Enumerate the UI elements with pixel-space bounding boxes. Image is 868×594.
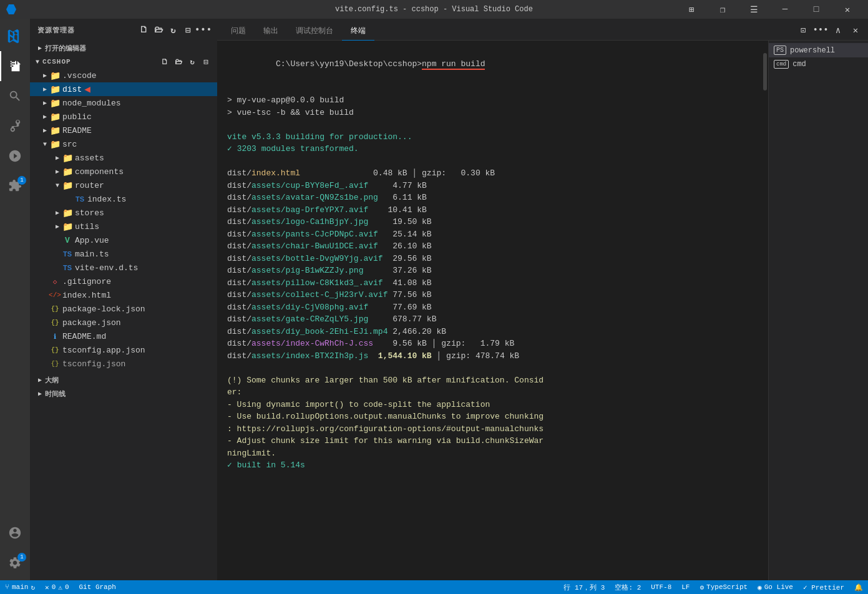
tree-item-router-index[interactable]: ▶ TS index.ts <box>30 192 217 206</box>
cmd-type-icon: cmd <box>774 60 789 69</box>
activity-icon-source-control[interactable] <box>0 111 30 141</box>
tree-item-router[interactable]: ▼ 📁 router <box>30 178 217 192</box>
terminal-list-item-powershell[interactable]: PS powershell <box>769 43 868 57</box>
readme-folder-icon: 📁 <box>50 125 60 135</box>
branch-icon: ⑂ <box>5 583 9 591</box>
new-file-project-btn[interactable]: 🗋 <box>158 56 171 68</box>
tree-item-public[interactable]: ▶ 📁 public <box>30 110 217 124</box>
tab-terminal[interactable]: 终端 <box>342 22 374 41</box>
tree-item-components[interactable]: ▶ 📁 components <box>30 165 217 178</box>
activity-icon-run[interactable] <box>0 141 30 171</box>
close-btn[interactable]: ✕ <box>833 0 862 19</box>
collapse-btn[interactable]: ⊟ <box>182 24 195 36</box>
timeline-section[interactable]: ▶ 时间线 <box>30 387 217 401</box>
tree-item-vscode[interactable]: ▶ 📁 .vscode <box>30 69 217 82</box>
terminal-file-chair: dist/assets/chair-BwuU1DCE.avif 26.10 kB <box>227 240 752 253</box>
tree-item-app-vue[interactable]: ▶ V App.vue <box>30 233 217 247</box>
tree-item-gitignore[interactable]: ▶ ◇ .gitignore <box>30 275 217 288</box>
refresh-btn[interactable]: ↻ <box>167 24 180 36</box>
terminal-list-item-cmd[interactable]: cmd cmd <box>769 57 868 71</box>
tree-item-utils[interactable]: ▶ 📁 utils <box>30 220 217 233</box>
powershell-label: powershell <box>790 46 835 55</box>
activity-icon-extensions[interactable]: 1 <box>0 171 30 201</box>
tab-debug-console[interactable]: 调试控制台 <box>287 22 342 41</box>
tree-item-package-lock[interactable]: ▶ {} package-lock.json <box>30 302 217 316</box>
router-arrow: ▼ <box>52 180 62 190</box>
status-errors[interactable]: ✕ 0 ⚠ 0 <box>40 580 74 594</box>
outline-section[interactable]: ▶ 大纲 <box>30 373 217 387</box>
tree-item-dist[interactable]: ▶ 📁 dist ◀ <box>30 82 217 96</box>
layout-btn[interactable]: ⊞ <box>677 0 706 19</box>
title-bar-controls: ⊞ ❐ ☰ ─ □ ✕ <box>677 0 862 19</box>
panel-close-icon[interactable]: ✕ <box>848 22 863 37</box>
tree-item-stores[interactable]: ▶ 📁 stores <box>30 206 217 220</box>
tree-item-readme-md[interactable]: ▶ ℹ README.md <box>30 329 217 343</box>
app-vue-label: App.vue <box>75 236 109 245</box>
panel-more-icon[interactable]: ••• <box>813 22 828 37</box>
status-spaces[interactable]: 空格: 2 <box>610 580 646 594</box>
tree-item-tsconfig[interactable]: ▶ {} tsconfig.json <box>30 357 217 371</box>
terminal-warning-3: - Using dynamic import() to code-split t… <box>227 399 752 411</box>
new-folder-project-btn[interactable]: 🗁 <box>172 56 185 68</box>
tree-item-assets[interactable]: ▶ 📁 assets <box>30 151 217 165</box>
vue-icon-app: V <box>62 235 72 245</box>
tile-btn[interactable]: ❐ <box>708 0 737 19</box>
panel-layout-icon[interactable]: ⊡ <box>796 22 811 37</box>
tab-output[interactable]: 输出 <box>255 22 287 41</box>
tree-item-src[interactable]: ▼ 📁 src <box>30 137 217 151</box>
status-go-live[interactable]: ◉ Go Live <box>753 580 798 594</box>
assets-arrow: ▶ <box>52 153 62 163</box>
title-bar-title: vite.config.ts - ccshop - Visual Studio … <box>335 5 533 14</box>
refresh-project-btn[interactable]: ↻ <box>186 56 198 68</box>
status-prettier[interactable]: ✓ Prettier <box>798 580 849 594</box>
tree-item-node-modules[interactable]: ▶ 📁 node_modules <box>30 96 217 110</box>
main-ts-label: main.ts <box>75 250 109 259</box>
vscode-label: .vscode <box>62 71 97 80</box>
minimize-btn[interactable]: ─ <box>771 0 799 19</box>
activity-icon-explorer[interactable] <box>0 51 30 81</box>
activity-icon-search[interactable] <box>0 81 30 111</box>
terminal-file-avatar: dist/assets/avatar-QN9Zs1be.png 6.11 kB <box>227 192 752 204</box>
tree-item-vite-env[interactable]: ▶ TS vite-env.d.ts <box>30 261 217 275</box>
tree-item-tsconfig-app[interactable]: ▶ {} tsconfig.app.json <box>30 343 217 357</box>
activity-icon-account[interactable] <box>0 518 30 548</box>
status-branch[interactable]: ⑂ main ↻ <box>0 580 40 594</box>
panel-chevron-icon[interactable]: ∧ <box>831 22 846 37</box>
vscode-folder-icon: 📁 <box>50 71 60 80</box>
status-line-col[interactable]: 行 17，列 3 <box>558 580 610 594</box>
language-label: TypeScript <box>706 583 748 591</box>
error-count: 0 <box>52 583 56 591</box>
sidebar-toggle-btn[interactable]: ☰ <box>739 0 768 19</box>
terminal-file-index-html: dist/index.html 0.48 kB │ gzip: 0.30 kB <box>227 167 752 180</box>
more-actions-btn[interactable]: ••• <box>197 24 210 36</box>
tree-item-main-ts[interactable]: ▶ TS main.ts <box>30 247 217 261</box>
public-label: public <box>62 112 92 122</box>
status-language[interactable]: ⚙ TypeScript <box>695 580 753 594</box>
utils-icon: 📁 <box>62 222 72 231</box>
status-git-graph[interactable]: Git Graph <box>74 580 121 594</box>
activity-icon-settings[interactable]: 1 <box>0 548 30 578</box>
terminal-content[interactable]: C:\Users\yyn19\Desktop\ccshop>npm run bu… <box>217 41 762 580</box>
status-line-ending[interactable]: LF <box>676 580 695 594</box>
project-label: CCSHOP <box>42 58 71 66</box>
maximize-btn[interactable]: □ <box>802 0 831 19</box>
tree-item-readme-folder[interactable]: ▶ 📁 README <box>30 124 217 137</box>
dist-folder-icon: 📁 <box>50 84 60 94</box>
project-root-section[interactable]: ▼ CCSHOP 🗋 🗁 ↻ ⊟ <box>30 55 217 69</box>
terminal-scrollbar[interactable] <box>762 41 768 580</box>
json-icon-tsconfig-app: {} <box>50 345 60 355</box>
new-file-btn[interactable]: 🗋 <box>137 24 150 36</box>
prettier-label: ✓ Prettier <box>803 583 844 592</box>
new-folder-btn[interactable]: 🗁 <box>152 24 165 36</box>
tree-item-index-html[interactable]: ▶ </> index.html <box>30 288 217 302</box>
status-notifications[interactable]: 🔔 <box>849 580 868 594</box>
terminal-file-diy-book: dist/assets/diy_book-2Ehi-EJi.mp4 2,466.… <box>227 326 752 338</box>
status-encoding[interactable]: UTF-8 <box>646 580 676 594</box>
tab-problems[interactable]: 问题 <box>222 22 255 41</box>
public-arrow: ▶ <box>40 112 50 122</box>
router-icon: 📁 <box>62 180 72 190</box>
tree-item-package-json[interactable]: ▶ {} package.json <box>30 316 217 329</box>
collapse-project-btn[interactable]: ⊟ <box>200 56 212 68</box>
open-editors-section[interactable]: ▶ 打开的编辑器 <box>30 41 217 55</box>
activity-icon-logo[interactable] <box>0 21 30 51</box>
